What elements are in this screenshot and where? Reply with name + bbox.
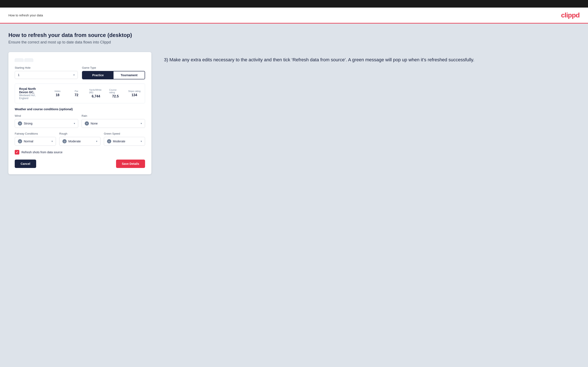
course-name: Royal North Devon GC,	[19, 87, 45, 94]
rain-chevron: ▾	[141, 122, 142, 125]
rough-icon: ◎	[62, 139, 67, 143]
button-row: Cancel Save Details	[15, 159, 145, 168]
wind-group: Wind ≋ Strong ▾	[15, 114, 78, 128]
rain-select[interactable]: ✦ None ▾	[82, 119, 145, 128]
green-speed-chevron: ▾	[141, 140, 142, 143]
fairway-icon: ◎	[18, 139, 22, 143]
description-panel: 3) Make any extra edits necessary to the…	[164, 52, 579, 63]
green-speed-select[interactable]: ⊙ Moderate ▾	[104, 137, 145, 146]
refresh-checkbox[interactable]	[15, 150, 19, 155]
course-yards-stat: Yards/White (M)) 6,744	[89, 89, 103, 98]
slope-rating-stat: Slope rating 134	[128, 90, 141, 97]
course-rating-label: Course rating	[109, 89, 122, 94]
course-info-box: Royal North Devon GC, Westward Ho!, Engl…	[15, 83, 145, 103]
green-speed-label: Green Speed	[104, 132, 145, 135]
logo: clippd	[561, 11, 579, 19]
starting-hole-value: 1	[18, 73, 19, 77]
course-rating-stat: Course rating 72.5	[109, 89, 122, 98]
form-row-top: Starting Hole 1 ▾ Game Type Practice Tou…	[15, 66, 145, 79]
practice-button[interactable]: Practice	[82, 71, 113, 79]
starting-hole-chevron: ▾	[73, 74, 75, 76]
top-bar	[0, 0, 588, 8]
cancel-button[interactable]: Cancel	[15, 159, 36, 168]
course-name-group: Royal North Devon GC, Westward Ho!, Engl…	[19, 87, 45, 100]
rough-label: Rough	[59, 132, 101, 135]
header: How to refresh your data clippd	[0, 8, 588, 24]
green-speed-value: Moderate	[113, 140, 139, 143]
form-card: Starting Hole 1 ▾ Game Type Practice Tou…	[9, 52, 151, 174]
game-type-toggle: Practice Tournament	[82, 71, 145, 79]
course-rating-value: 72.5	[112, 94, 119, 98]
course-location: Westward Ho!, England	[19, 94, 45, 100]
rough-group: Rough ◎ Moderate ▾	[59, 132, 101, 146]
save-button[interactable]: Save Details	[116, 159, 145, 168]
wind-rain-row: Wind ≋ Strong ▾ Rain ✦ None ▾	[15, 114, 145, 128]
rain-group: Rain ✦ None ▾	[82, 114, 145, 128]
wind-icon: ≋	[18, 121, 22, 125]
par-value: 72	[75, 93, 78, 97]
wind-chevron: ▾	[74, 122, 75, 125]
card-top-tabs	[15, 58, 145, 62]
wind-label: Wind	[15, 114, 78, 117]
conditions-title: Weather and course conditions (optional)	[15, 108, 145, 111]
footer: Copyright Clippd 2022	[0, 365, 588, 367]
rain-icon: ✦	[85, 121, 89, 125]
rain-label: Rain	[82, 114, 145, 117]
rough-chevron: ▾	[96, 140, 97, 143]
holes-value: 18	[56, 93, 60, 97]
tournament-button[interactable]: Tournament	[113, 71, 145, 79]
page-subheading: Ensure the correct and most up to date d…	[9, 40, 579, 44]
fairway-label: Fairway Conditions	[15, 132, 56, 135]
green-speed-icon: ⊙	[107, 139, 111, 143]
refresh-checkbox-row: Refresh shots from data source	[15, 150, 145, 155]
starting-hole-group: Starting Hole 1 ▾	[15, 66, 78, 79]
wind-select[interactable]: ≋ Strong ▾	[15, 119, 78, 128]
game-type-label: Game Type	[82, 66, 145, 69]
rough-select[interactable]: ◎ Moderate ▾	[59, 137, 101, 146]
refresh-label: Refresh shots from data source	[21, 150, 62, 154]
game-type-group: Game Type Practice Tournament	[82, 66, 145, 79]
tab-placeholder-1[interactable]	[15, 58, 24, 62]
rain-value: None	[91, 122, 139, 125]
tab-placeholder-2[interactable]	[24, 58, 33, 62]
course-par-stat: Par 72	[70, 90, 83, 97]
wind-value: Strong	[24, 122, 72, 125]
slope-rating-value: 134	[132, 93, 137, 97]
fairway-group: Fairway Conditions ◎ Normal ▾	[15, 132, 56, 146]
starting-hole-label: Starting Hole	[15, 66, 78, 69]
fairway-select[interactable]: ◎ Normal ▾	[15, 137, 56, 146]
course-holes-stat: Holes 18	[51, 90, 64, 97]
rough-value: Moderate	[68, 140, 94, 143]
conditions-row-3: Fairway Conditions ◎ Normal ▾ Rough ◎ Mo…	[15, 132, 145, 146]
content-area: Starting Hole 1 ▾ Game Type Practice Tou…	[9, 52, 579, 174]
description-text: 3) Make any extra edits necessary to the…	[164, 56, 579, 63]
header-title: How to refresh your data	[9, 13, 43, 17]
fairway-value: Normal	[24, 140, 50, 143]
yards-value: 6,744	[92, 94, 100, 98]
main-content: How to refresh your data from source (de…	[0, 24, 588, 365]
holes-label: Holes	[55, 90, 61, 92]
slope-rating-label: Slope rating	[128, 90, 141, 92]
page-heading: How to refresh your data from source (de…	[9, 32, 579, 38]
fairway-chevron: ▾	[52, 140, 53, 143]
starting-hole-select[interactable]: 1 ▾	[15, 71, 78, 79]
yards-label: Yards/White (M))	[89, 89, 103, 94]
par-label: Par	[75, 90, 78, 92]
green-speed-group: Green Speed ⊙ Moderate ▾	[104, 132, 145, 146]
